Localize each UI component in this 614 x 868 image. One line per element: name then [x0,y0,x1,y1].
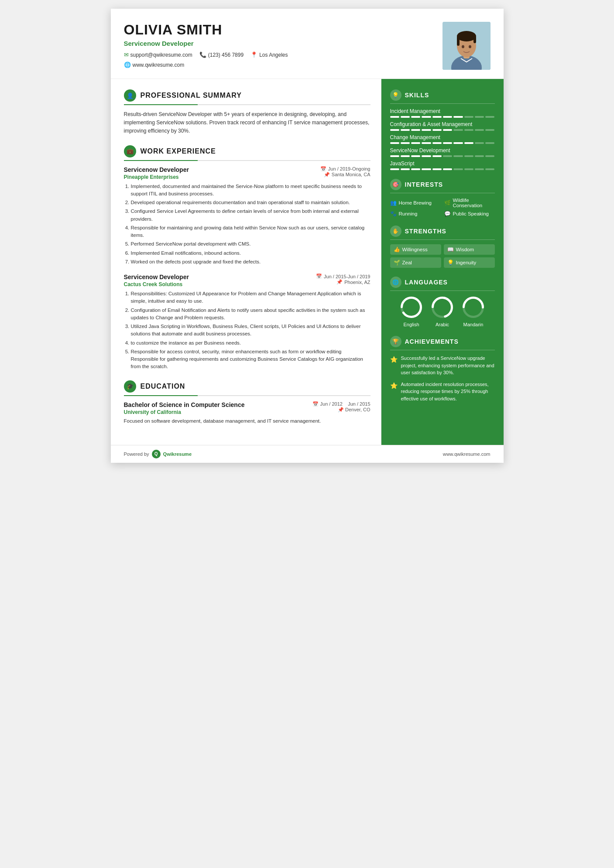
skill-seg-4-2 [411,168,420,170]
skill-seg-0-5 [443,116,452,118]
edu-description: Focused on software development, databas… [124,417,370,425]
job-1-company: Pineapple Enterprises [124,174,189,180]
skill-3: ServiceNow Development [390,147,495,157]
lang-circle-1 [430,295,454,319]
interest-name-2: Running [399,211,418,216]
skill-seg-3-3 [422,155,431,157]
strength-name-1: Wisdom [456,247,474,252]
skill-seg-0-7 [464,116,473,118]
strength-icon-3: 💡 [447,260,454,266]
skill-seg-1-6 [453,129,463,131]
skills-divider [390,103,495,104]
skill-seg-4-6 [453,168,463,170]
skill-seg-1-5 [443,129,452,131]
job-2-date: 📅 Jun / 2015-Jun / 2019 [316,273,370,279]
interests-section: 🎯 INTERESTS 👥 Home Brewing🌿 Wildlife Con… [390,179,495,217]
job-2-bullet-5: Responsible for access control, security… [131,348,370,371]
summary-icon: 👤 [124,89,136,102]
interest-3: 💬 Public Speaking [444,211,495,217]
summary-section: 👤 PROFESSIONAL SUMMARY Results-driven Se… [124,89,370,136]
interest-name-3: Public Speaking [453,211,489,216]
svg-rect-6 [473,36,476,43]
profile-photo [442,22,491,70]
skill-seg-0-9 [485,116,494,118]
skill-name-0: Incident Management [390,108,495,114]
interests-container: 👥 Home Brewing🌿 Wildlife Conservation🐾 R… [390,198,495,217]
skill-seg-1-1 [401,129,410,131]
skill-seg-2-9 [485,142,494,144]
job-1-bullet-1: Implemented, documented and maintained t… [131,183,370,198]
interest-2: 🐾 Running [390,211,441,217]
skill-seg-2-5 [443,142,452,144]
work-title: WORK EXPERIENCE [141,147,216,155]
language-0: English [399,295,423,327]
achievement-icon-1: ⭐ [390,381,398,403]
languages-header: 🌐 LANGUAGES [390,277,495,288]
svg-point-8 [469,45,471,48]
job-1-meta: 📅 Jun / 2019-Ongoing 📌 Santa Monica, CA [320,166,370,178]
calendar-icon-2: 📅 [316,273,322,279]
achievements-title: ACHIEVEMENTS [405,338,459,345]
skills-container: Incident Management Configuration & Asse… [390,108,495,170]
svg-point-4 [457,31,476,41]
website-value: www.qwikresume.com [133,62,185,68]
photo-placeholder [442,22,491,70]
skill-bar-3 [390,155,495,157]
job-2-bullet-2: Configuration of Email Notification and … [131,307,370,322]
skill-name-2: Change Management [390,134,495,140]
phone-value: (123) 456 7899 [208,52,244,58]
job-1-bullet-4: Responsible for maintaining and growing … [131,224,370,239]
skill-seg-4-5 [443,168,452,170]
skill-seg-3-9 [485,155,494,157]
summary-text: Results-driven ServiceNow Developer with… [124,110,370,136]
skill-seg-4-0 [390,168,399,170]
skill-seg-1-3 [422,129,431,131]
footer-left: Powered by Q Qwikresume [124,450,192,458]
lang-circle-0 [399,295,423,319]
skill-seg-4-7 [464,168,473,170]
pin-icon-1: 📌 [324,172,330,178]
skill-seg-0-2 [411,116,420,118]
skill-seg-2-8 [475,142,484,144]
website-icon: 🌐 [124,62,131,68]
skill-seg-4-8 [475,168,484,170]
phone-icon: 📞 [199,51,206,58]
skills-header: 💡 SKILLS [390,89,495,101]
skill-seg-3-1 [401,155,410,157]
edu-meta: 📅 Jun / 2012 Jun / 2015 📌 Denver, CO [312,401,370,413]
phone-contact: 📞 (123) 456 7899 [199,51,244,58]
achievement-icon-0: ⭐ [390,355,398,376]
skills-section: 💡 SKILLS Incident Management Configurati… [390,89,495,170]
edu-location: 📌 Denver, CO [312,407,370,413]
email-icon: ✉ [124,51,129,58]
skill-seg-3-4 [432,155,442,157]
interest-icon-3: 💬 [444,211,451,217]
strengths-icon: ✋ [390,226,401,237]
achievements-section: 🏆 ACHIEVEMENTS ⭐ Successfully led a Serv… [390,336,495,402]
strength-1: 📖 Wisdom [444,244,495,255]
skill-bar-1 [390,129,495,131]
skill-name-1: Configuration & Asset Management [390,121,495,127]
skill-seg-2-4 [432,142,442,144]
job-2-bullet-1: Responsibilities: Customized UI Appearan… [131,290,370,305]
skill-seg-1-9 [485,129,494,131]
strength-2: 🌱 Zeal [390,257,441,268]
skill-seg-2-2 [411,142,420,144]
skill-seg-1-8 [475,129,484,131]
lang-name-1: Arabic [436,322,449,327]
calendar-icon-1: 📅 [320,166,326,172]
interest-icon-0: 👥 [390,200,397,206]
skill-seg-0-4 [432,116,442,118]
interest-0: 👥 Home Brewing [390,198,441,208]
strength-name-0: Willingness [402,247,428,252]
job-2-loc: 📌 Phoenix, AZ [316,279,370,285]
interests-icon: 🎯 [390,179,401,190]
strength-name-3: Ingenuity [456,260,477,265]
achievements-header: 🏆 ACHIEVEMENTS [390,336,495,347]
lang-circle-2 [461,295,485,319]
location-contact: 📍 Los Angeles [250,51,288,58]
powered-by-label: Powered by [124,451,149,457]
interest-name-1: Wildlife Conservation [453,198,495,208]
strengths-header: ✋ STRENGTHS [390,226,495,237]
job-1-title: Servicenow Developer [124,166,189,173]
